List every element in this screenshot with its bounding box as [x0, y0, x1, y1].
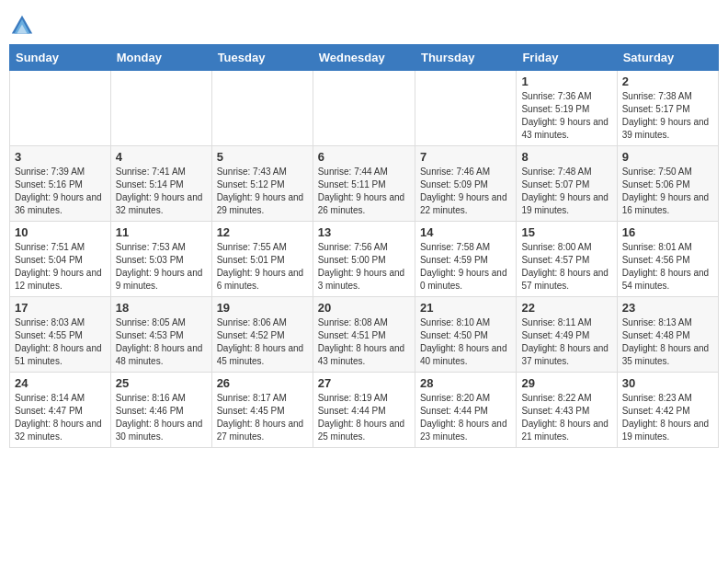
day-number: 3: [15, 150, 106, 164]
day-info: Sunrise: 8:06 AM Sunset: 4:52 PM Dayligh…: [217, 316, 308, 368]
calendar-cell: 19Sunrise: 8:06 AM Sunset: 4:52 PM Dayli…: [211, 297, 313, 373]
day-info: Sunrise: 7:53 AM Sunset: 5:03 PM Dayligh…: [116, 241, 207, 293]
day-info: Sunrise: 8:00 AM Sunset: 4:57 PM Dayligh…: [521, 241, 611, 293]
day-info: Sunrise: 7:50 AM Sunset: 5:06 PM Dayligh…: [622, 166, 713, 217]
day-info: Sunrise: 8:13 AM Sunset: 4:48 PM Dayligh…: [622, 316, 713, 368]
calendar-cell: 20Sunrise: 8:08 AM Sunset: 4:51 PM Dayli…: [313, 297, 415, 373]
day-number: 26: [217, 376, 308, 390]
day-info: Sunrise: 7:56 AM Sunset: 5:00 PM Dayligh…: [318, 241, 410, 293]
day-number: 21: [420, 301, 511, 315]
calendar-week-row: 10Sunrise: 7:51 AM Sunset: 5:04 PM Dayli…: [10, 222, 719, 297]
calendar-header-thursday: Thursday: [415, 45, 516, 71]
day-info: Sunrise: 7:48 AM Sunset: 5:07 PM Dayligh…: [521, 166, 611, 217]
calendar-cell: 13Sunrise: 7:56 AM Sunset: 5:00 PM Dayli…: [313, 222, 415, 297]
calendar-cell: [211, 71, 313, 146]
calendar-header-row: SundayMondayTuesdayWednesdayThursdayFrid…: [10, 45, 719, 71]
day-number: 18: [116, 301, 207, 315]
calendar-cell: 30Sunrise: 8:23 AM Sunset: 4:42 PM Dayli…: [617, 373, 718, 448]
day-info: Sunrise: 8:11 AM Sunset: 4:49 PM Dayligh…: [521, 316, 611, 368]
calendar-header-friday: Friday: [517, 45, 617, 71]
calendar-week-row: 24Sunrise: 8:14 AM Sunset: 4:47 PM Dayli…: [10, 373, 719, 448]
day-info: Sunrise: 8:22 AM Sunset: 4:43 PM Dayligh…: [521, 392, 611, 443]
calendar-cell: 2Sunrise: 7:38 AM Sunset: 5:17 PM Daylig…: [617, 71, 718, 146]
day-info: Sunrise: 8:08 AM Sunset: 4:51 PM Dayligh…: [318, 316, 410, 368]
calendar-cell: 5Sunrise: 7:43 AM Sunset: 5:12 PM Daylig…: [211, 146, 313, 222]
day-info: Sunrise: 8:16 AM Sunset: 4:46 PM Dayligh…: [116, 392, 207, 443]
day-number: 29: [521, 376, 611, 390]
day-number: 17: [15, 301, 106, 315]
day-info: Sunrise: 7:38 AM Sunset: 5:17 PM Dayligh…: [622, 90, 713, 142]
calendar-cell: 14Sunrise: 7:58 AM Sunset: 4:59 PM Dayli…: [415, 222, 516, 297]
calendar-cell: 28Sunrise: 8:20 AM Sunset: 4:44 PM Dayli…: [415, 373, 516, 448]
calendar-header-tuesday: Tuesday: [211, 45, 313, 71]
day-number: 22: [521, 301, 611, 315]
calendar-cell: [415, 71, 516, 146]
calendar-week-row: 3Sunrise: 7:39 AM Sunset: 5:16 PM Daylig…: [10, 146, 719, 222]
calendar-cell: [10, 71, 111, 146]
day-info: Sunrise: 8:10 AM Sunset: 4:50 PM Dayligh…: [420, 316, 511, 368]
calendar-cell: 12Sunrise: 7:55 AM Sunset: 5:01 PM Dayli…: [211, 222, 313, 297]
calendar-cell: 26Sunrise: 8:17 AM Sunset: 4:45 PM Dayli…: [211, 373, 313, 448]
day-number: 7: [420, 150, 511, 164]
day-info: Sunrise: 7:43 AM Sunset: 5:12 PM Dayligh…: [217, 166, 308, 217]
calendar-cell: 17Sunrise: 8:03 AM Sunset: 4:55 PM Dayli…: [10, 297, 111, 373]
day-info: Sunrise: 7:41 AM Sunset: 5:14 PM Dayligh…: [116, 166, 207, 217]
day-number: 8: [521, 150, 611, 164]
calendar-cell: 21Sunrise: 8:10 AM Sunset: 4:50 PM Dayli…: [415, 297, 516, 373]
day-info: Sunrise: 8:23 AM Sunset: 4:42 PM Dayligh…: [622, 392, 713, 443]
day-number: 9: [622, 150, 713, 164]
day-number: 15: [521, 225, 611, 239]
day-number: 23: [622, 301, 713, 315]
calendar-cell: 11Sunrise: 7:53 AM Sunset: 5:03 PM Dayli…: [110, 222, 211, 297]
header: [9, 9, 719, 39]
calendar-week-row: 17Sunrise: 8:03 AM Sunset: 4:55 PM Dayli…: [10, 297, 719, 373]
day-info: Sunrise: 7:36 AM Sunset: 5:19 PM Dayligh…: [521, 90, 611, 142]
day-info: Sunrise: 7:46 AM Sunset: 5:09 PM Dayligh…: [420, 166, 511, 217]
calendar-week-row: 1Sunrise: 7:36 AM Sunset: 5:19 PM Daylig…: [10, 71, 719, 146]
calendar-cell: 8Sunrise: 7:48 AM Sunset: 5:07 PM Daylig…: [517, 146, 617, 222]
day-number: 10: [15, 225, 106, 239]
day-info: Sunrise: 7:51 AM Sunset: 5:04 PM Dayligh…: [15, 241, 106, 293]
day-number: 27: [318, 376, 410, 390]
day-number: 14: [420, 225, 511, 239]
day-number: 5: [217, 150, 308, 164]
logo-icon: [9, 13, 35, 39]
day-info: Sunrise: 8:17 AM Sunset: 4:45 PM Dayligh…: [217, 392, 308, 443]
calendar-header-monday: Monday: [110, 45, 211, 71]
day-info: Sunrise: 7:44 AM Sunset: 5:11 PM Dayligh…: [318, 166, 410, 217]
calendar-cell: 22Sunrise: 8:11 AM Sunset: 4:49 PM Dayli…: [517, 297, 617, 373]
day-number: 19: [217, 301, 308, 315]
day-number: 28: [420, 376, 511, 390]
calendar-cell: [313, 71, 415, 146]
day-info: Sunrise: 7:58 AM Sunset: 4:59 PM Dayligh…: [420, 241, 511, 293]
calendar-cell: [110, 71, 211, 146]
calendar-cell: 1Sunrise: 7:36 AM Sunset: 5:19 PM Daylig…: [517, 71, 617, 146]
day-info: Sunrise: 8:01 AM Sunset: 4:56 PM Dayligh…: [622, 241, 713, 293]
day-info: Sunrise: 7:55 AM Sunset: 5:01 PM Dayligh…: [217, 241, 308, 293]
day-info: Sunrise: 7:39 AM Sunset: 5:16 PM Dayligh…: [15, 166, 106, 217]
day-info: Sunrise: 8:20 AM Sunset: 4:44 PM Dayligh…: [420, 392, 511, 443]
day-number: 4: [116, 150, 207, 164]
calendar-cell: 24Sunrise: 8:14 AM Sunset: 4:47 PM Dayli…: [10, 373, 111, 448]
calendar-cell: 25Sunrise: 8:16 AM Sunset: 4:46 PM Dayli…: [110, 373, 211, 448]
day-number: 20: [318, 301, 410, 315]
calendar-header-sunday: Sunday: [10, 45, 111, 71]
day-number: 25: [116, 376, 207, 390]
day-number: 12: [217, 225, 308, 239]
calendar-header-saturday: Saturday: [617, 45, 718, 71]
calendar-cell: 15Sunrise: 8:00 AM Sunset: 4:57 PM Dayli…: [517, 222, 617, 297]
day-number: 1: [521, 75, 611, 88]
day-number: 6: [318, 150, 410, 164]
day-number: 13: [318, 225, 410, 239]
calendar-cell: 6Sunrise: 7:44 AM Sunset: 5:11 PM Daylig…: [313, 146, 415, 222]
day-info: Sunrise: 8:14 AM Sunset: 4:47 PM Dayligh…: [15, 392, 106, 443]
day-number: 16: [622, 225, 713, 239]
calendar-cell: 9Sunrise: 7:50 AM Sunset: 5:06 PM Daylig…: [617, 146, 718, 222]
day-number: 30: [622, 376, 713, 390]
logo: [9, 13, 39, 39]
day-number: 11: [116, 225, 207, 239]
calendar-cell: 27Sunrise: 8:19 AM Sunset: 4:44 PM Dayli…: [313, 373, 415, 448]
day-info: Sunrise: 8:05 AM Sunset: 4:53 PM Dayligh…: [116, 316, 207, 368]
calendar-cell: 18Sunrise: 8:05 AM Sunset: 4:53 PM Dayli…: [110, 297, 211, 373]
calendar-cell: 10Sunrise: 7:51 AM Sunset: 5:04 PM Dayli…: [10, 222, 111, 297]
